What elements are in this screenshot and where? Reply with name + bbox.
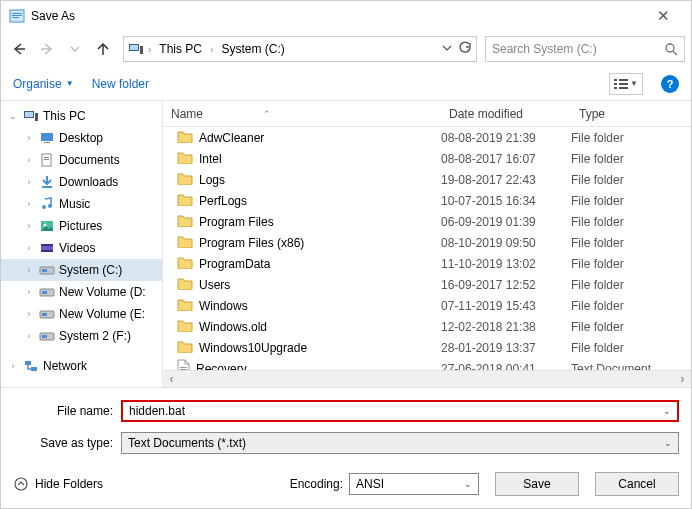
search-input[interactable]: Search System (C:) — [485, 36, 685, 62]
tree-item[interactable]: › New Volume (D: — [1, 281, 162, 303]
tree-item[interactable]: › Desktop — [1, 127, 162, 149]
svg-rect-29 — [41, 250, 53, 252]
svg-point-43 — [15, 478, 27, 490]
file-row[interactable]: Program Files (x86) 08-10-2019 09:50 Fil… — [163, 232, 691, 253]
breadcrumb-this-pc[interactable]: This PC — [155, 40, 206, 58]
svg-rect-28 — [41, 244, 53, 246]
tree-item[interactable]: › Pictures — [1, 215, 162, 237]
svg-point-7 — [666, 44, 674, 52]
tree-item[interactable]: › Music — [1, 193, 162, 215]
file-row[interactable]: Windows 07-11-2019 15:43 File folder — [163, 295, 691, 316]
file-row[interactable]: Windows10Upgrade 28-01-2019 13:37 File f… — [163, 337, 691, 358]
file-name: Program Files (x86) — [199, 236, 304, 250]
svg-rect-6 — [140, 46, 143, 54]
tree-item[interactable]: › New Volume (E: — [1, 303, 162, 325]
file-row[interactable]: Program Files 06-09-2019 01:39 File fold… — [163, 211, 691, 232]
file-date: 28-01-2019 13:37 — [441, 341, 571, 355]
tree-item[interactable]: › System (C:) — [1, 259, 162, 281]
tree-item-icon — [39, 218, 55, 234]
organise-button[interactable]: Organise▼ — [13, 77, 74, 91]
svg-rect-31 — [42, 269, 47, 272]
tree-item-icon — [39, 328, 55, 344]
address-dropdown-icon[interactable] — [442, 42, 452, 56]
filename-input[interactable]: hidden.bat ⌄ — [121, 400, 679, 422]
horizontal-scrollbar[interactable]: ‹› — [163, 370, 691, 387]
back-button[interactable] — [7, 37, 31, 61]
file-name: Windows10Upgrade — [199, 341, 307, 355]
tree-network[interactable]: › Network — [1, 355, 162, 377]
file-row[interactable]: Logs 19-08-2017 22:43 File folder — [163, 169, 691, 190]
main-area: ⌄ This PC › Desktop › Documents › Downlo… — [1, 101, 691, 387]
file-type: File folder — [571, 278, 691, 292]
encoding-select[interactable]: ANSI⌄ — [349, 473, 479, 495]
pc-icon — [23, 108, 39, 124]
file-row[interactable]: PerfLogs 10-07-2015 16:34 File folder — [163, 190, 691, 211]
tree-item-label: Desktop — [59, 131, 103, 145]
svg-rect-40 — [180, 367, 187, 368]
list-icon — [614, 78, 628, 90]
file-row[interactable]: Intel 08-08-2017 16:07 File folder — [163, 148, 691, 169]
file-list-panel: Name⌃ Date modified Type AdwCleaner 08-0… — [163, 101, 691, 387]
file-row[interactable]: AdwCleaner 08-08-2019 21:39 File folder — [163, 127, 691, 148]
save-button[interactable]: Save — [495, 472, 579, 496]
file-type: File folder — [571, 341, 691, 355]
folder-icon — [177, 277, 193, 293]
file-date: 16-09-2017 12:52 — [441, 278, 571, 292]
history-dropdown[interactable] — [63, 37, 87, 61]
close-button[interactable]: ✕ — [643, 7, 683, 25]
svg-rect-18 — [44, 142, 50, 143]
tree-this-pc[interactable]: ⌄ This PC — [1, 105, 162, 127]
file-row[interactable]: Windows.old 12-02-2018 21:38 File folder — [163, 316, 691, 337]
breadcrumb-system-c[interactable]: System (C:) — [217, 40, 288, 58]
tree-item[interactable]: › Documents — [1, 149, 162, 171]
svg-point-23 — [42, 205, 46, 209]
file-type: Text Document — [571, 362, 691, 371]
encoding-label: Encoding: — [290, 477, 343, 491]
tree-item-icon — [39, 306, 55, 322]
tree-item-label: Music — [59, 197, 90, 211]
file-row[interactable]: Recovery 27-06-2018 00:41 Text Document — [163, 358, 691, 370]
save-as-type-select[interactable]: Text Documents (*.txt) ⌄ — [121, 432, 679, 454]
folder-icon — [177, 214, 193, 230]
view-options-button[interactable]: ▼ — [609, 73, 643, 95]
new-folder-button[interactable]: New folder — [92, 77, 149, 91]
tree-item-label: Documents — [59, 153, 120, 167]
help-button[interactable]: ? — [661, 75, 679, 93]
file-type: File folder — [571, 299, 691, 313]
file-type: File folder — [571, 236, 691, 250]
file-date: 11-10-2019 13:02 — [441, 257, 571, 271]
tree-item[interactable]: › System 2 (F:) — [1, 325, 162, 347]
window-title: Save As — [31, 9, 643, 23]
up-button[interactable] — [91, 37, 115, 61]
svg-rect-10 — [614, 87, 617, 89]
file-name: Intel — [199, 152, 222, 166]
file-date: 07-11-2019 15:43 — [441, 299, 571, 313]
file-date: 27-06-2018 00:41 — [441, 362, 571, 371]
svg-rect-21 — [44, 159, 49, 160]
column-type[interactable]: Type — [571, 107, 691, 121]
file-row[interactable]: ProgramData 11-10-2019 13:02 File folder — [163, 253, 691, 274]
tree-item[interactable]: › Downloads — [1, 171, 162, 193]
toolbar: Organise▼ New folder ▼ ? — [1, 67, 691, 101]
action-bar: Hide Folders Encoding: ANSI⌄ Save Cancel — [1, 466, 691, 508]
tree-item-label: New Volume (E: — [59, 307, 145, 321]
column-name[interactable]: Name⌃ — [163, 107, 441, 121]
file-row[interactable]: Users 16-09-2017 12:52 File folder — [163, 274, 691, 295]
cancel-button[interactable]: Cancel — [595, 472, 679, 496]
hide-folders-button[interactable]: Hide Folders — [13, 476, 103, 492]
tree-item-icon — [39, 262, 55, 278]
column-headers: Name⌃ Date modified Type — [163, 101, 691, 127]
chevron-icon: › — [210, 44, 213, 55]
column-date[interactable]: Date modified — [441, 107, 571, 121]
tree-item[interactable]: › Videos — [1, 237, 162, 259]
address-bar[interactable]: › This PC › System (C:) — [123, 36, 477, 62]
tree-item-icon — [39, 130, 55, 146]
forward-button[interactable] — [35, 37, 59, 61]
nav-bar: › This PC › System (C:) Search System (C… — [1, 31, 691, 67]
refresh-icon[interactable] — [458, 41, 472, 58]
svg-rect-35 — [42, 313, 47, 316]
pc-icon — [128, 41, 144, 57]
svg-rect-11 — [619, 79, 628, 81]
file-type: File folder — [571, 152, 691, 166]
file-name: AdwCleaner — [199, 131, 264, 145]
